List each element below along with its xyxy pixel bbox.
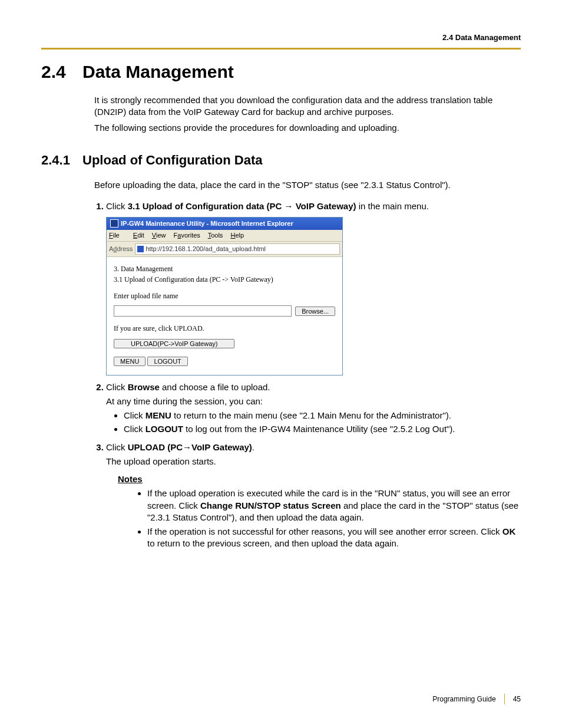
browser-content: 3. Data Management 3.1 Upload of Configu… (107, 257, 342, 375)
step3-line2: The upload operation starts. (106, 456, 521, 467)
page-footer: Programming Guide 45 (432, 694, 521, 704)
step-2: Click Browse and choose a file to upload… (106, 381, 521, 436)
subsection-intro: Before uploading the data, place the car… (94, 179, 521, 191)
confirm-text: If you are sure, click UPLOAD. (114, 324, 335, 333)
intro-paragraph-1: It is strongly recommended that you down… (94, 94, 521, 118)
step-3: Click UPLOAD (PC→VoIP Gateway). The uplo… (106, 442, 521, 550)
upload-button[interactable]: UPLOAD(PC->VoIP Gateway) (114, 339, 234, 348)
footer-guide: Programming Guide (432, 694, 495, 704)
menu-favorites[interactable]: Favorites (174, 232, 200, 239)
browser-addressbar: Address http://192.168.1.200/ad_data_upl… (107, 242, 342, 257)
step2-line2: At any time during the session, you can: (106, 396, 521, 407)
section-title-text: Data Management (82, 62, 234, 81)
enter-file-label: Enter upload file name (114, 291, 335, 301)
address-field[interactable]: http://192.168.1.200/ad_data_upload.html (135, 243, 340, 255)
browse-button[interactable]: Browse... (295, 307, 335, 316)
browser-title-text: IP-GW4 Maintenance Utility - Microsoft I… (121, 219, 293, 228)
address-label: Address (109, 245, 133, 253)
step1-pre: Click (106, 201, 128, 211)
header-rule (41, 48, 521, 50)
step3-bold: UPLOAD (PC→VoIP Gateway) (128, 442, 252, 452)
menu-edit[interactable]: Edit (133, 232, 144, 239)
logout-button[interactable]: LOGOUT (147, 357, 187, 366)
browser-titlebar: IP-GW4 Maintenance Utility - Microsoft I… (107, 218, 342, 230)
section-heading: 2.4Data Management (41, 60, 521, 84)
step2-bullet-logout: Click LOGOUT to log out from the IP-GW4 … (124, 423, 521, 435)
step1-bold: 3.1 Upload of Configuration data (PC → V… (128, 201, 356, 211)
content-heading-1: 3. Data Management (114, 264, 335, 274)
subsection-heading: 2.4.1Upload of Configuration Data (41, 151, 521, 169)
menu-help[interactable]: Help (230, 232, 244, 239)
browser-menubar: File Edit View Favorites Tools Help (107, 230, 342, 242)
step2-post: and choose a file to upload. (160, 382, 270, 392)
content-heading-2: 3.1 Upload of Configuration data (PC -> … (114, 275, 335, 284)
subsection-title-text: Upload of Configuration Data (82, 153, 263, 167)
note-1: If the upload operation is executed whil… (147, 487, 521, 523)
note-2: If the operation is not successful for o… (147, 526, 521, 550)
ie-app-icon (110, 219, 118, 228)
notes-heading: Notes (118, 473, 521, 485)
intro-paragraph-2: The following sections provide the proce… (94, 122, 521, 134)
step3-pre: Click (106, 442, 128, 452)
menu-view[interactable]: View (152, 232, 166, 239)
section-number: 2.4 (41, 60, 82, 84)
page-favicon (137, 246, 144, 252)
step3-post: . (252, 442, 254, 452)
running-header: 2.4 Data Management (41, 32, 521, 43)
upload-file-input[interactable] (114, 305, 292, 317)
footer-page-number: 45 (513, 694, 521, 704)
step2-bullet-menu: Click MENU to return to the main menu (s… (124, 410, 521, 421)
step1-post: in the main menu. (356, 201, 429, 211)
menu-tools[interactable]: Tools (208, 232, 223, 239)
step2-bold: Browse (128, 382, 160, 392)
screenshot-browser-window: IP-GW4 Maintenance Utility - Microsoft I… (106, 217, 343, 375)
subsection-number: 2.4.1 (41, 151, 82, 169)
address-url: http://192.168.1.200/ad_data_upload.html (146, 245, 266, 253)
step2-pre: Click (106, 382, 128, 392)
menu-button[interactable]: MENU (114, 357, 146, 366)
footer-separator (504, 694, 505, 704)
menu-file[interactable]: File (109, 232, 125, 239)
step-1: Click 3.1 Upload of Configuration data (… (106, 200, 521, 375)
